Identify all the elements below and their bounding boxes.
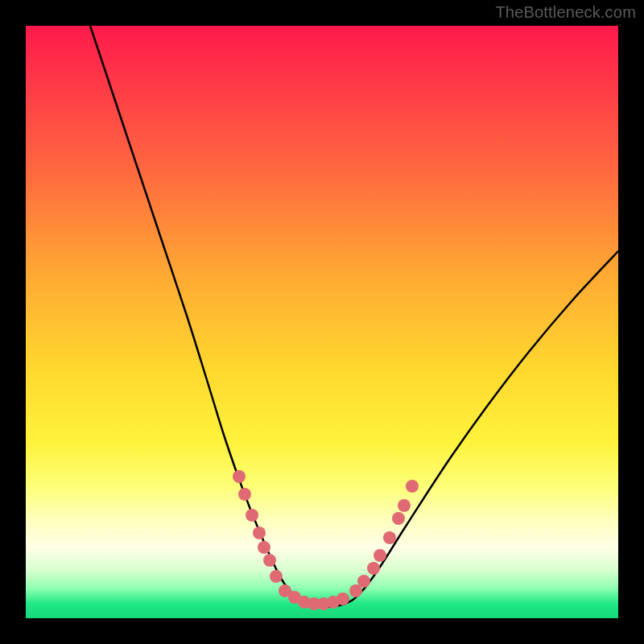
- marker-dot: [233, 470, 246, 483]
- marker-dot: [406, 480, 419, 493]
- curve-svg: [26, 26, 618, 618]
- marker-dot: [398, 499, 411, 512]
- marker-dot: [258, 541, 270, 554]
- marker-dot: [238, 488, 251, 501]
- marker-dot: [253, 526, 266, 539]
- marker-dot: [270, 570, 283, 583]
- chart-frame: TheBottleneck.com: [0, 0, 644, 644]
- marker-group: [233, 470, 419, 610]
- marker-dot: [357, 575, 370, 588]
- marker-dot: [367, 562, 380, 575]
- marker-dot: [336, 592, 349, 605]
- marker-dot: [392, 512, 405, 525]
- marker-dot: [263, 554, 276, 567]
- watermark-text: TheBottleneck.com: [495, 3, 636, 22]
- marker-dot: [383, 531, 396, 544]
- marker-dot: [246, 509, 258, 522]
- bottleneck-curve: [90, 26, 618, 607]
- marker-dot: [374, 549, 386, 562]
- plot-area: [26, 26, 618, 618]
